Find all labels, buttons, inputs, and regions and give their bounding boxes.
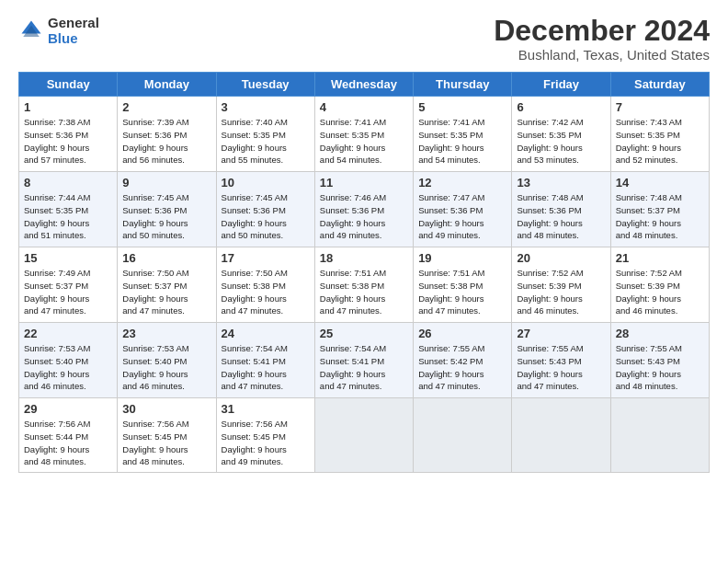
day-info: Sunrise: 7:52 AMSunset: 5:39 PMDaylight:… <box>517 267 605 317</box>
day-number: 9 <box>122 176 210 190</box>
day-cell-16: 16Sunrise: 7:50 AMSunset: 5:37 PMDayligh… <box>118 247 216 323</box>
location: Bushland, Texas, United States <box>494 47 710 63</box>
day-cell-26: 26Sunrise: 7:55 AMSunset: 5:42 PMDayligh… <box>414 323 512 398</box>
day-info: Sunrise: 7:55 AMSunset: 5:43 PMDaylight:… <box>616 342 704 393</box>
logo: General Blue <box>18 15 99 46</box>
day-number: 16 <box>122 251 210 265</box>
day-number: 6 <box>517 100 605 114</box>
day-cell-12: 12Sunrise: 7:47 AMSunset: 5:36 PMDayligh… <box>414 172 512 247</box>
day-cell-25: 25Sunrise: 7:54 AMSunset: 5:41 PMDayligh… <box>314 323 413 398</box>
day-cell-30: 30Sunrise: 7:56 AMSunset: 5:45 PMDayligh… <box>118 398 216 473</box>
day-cell-29: 29Sunrise: 7:56 AMSunset: 5:44 PMDayligh… <box>19 398 118 473</box>
day-cell-23: 23Sunrise: 7:53 AMSunset: 5:40 PMDayligh… <box>118 323 216 398</box>
calendar-body: 1Sunrise: 7:38 AMSunset: 5:36 PMDaylight… <box>19 97 710 473</box>
day-info: Sunrise: 7:43 AMSunset: 5:35 PMDaylight:… <box>616 116 704 167</box>
day-info: Sunrise: 7:44 AMSunset: 5:35 PMDaylight:… <box>24 191 112 242</box>
day-cell-17: 17Sunrise: 7:50 AMSunset: 5:38 PMDayligh… <box>216 247 314 323</box>
day-number: 20 <box>517 251 605 265</box>
empty-cell <box>610 398 709 473</box>
day-number: 18 <box>320 251 408 265</box>
day-info: Sunrise: 7:42 AMSunset: 5:35 PMDaylight:… <box>517 116 605 167</box>
day-info: Sunrise: 7:51 AMSunset: 5:38 PMDaylight:… <box>418 267 506 317</box>
day-number: 15 <box>24 251 112 265</box>
day-info: Sunrise: 7:52 AMSunset: 5:39 PMDaylight:… <box>616 267 704 317</box>
day-number: 1 <box>24 100 112 114</box>
week-row-3: 15Sunrise: 7:49 AMSunset: 5:37 PMDayligh… <box>19 247 710 323</box>
day-cell-15: 15Sunrise: 7:49 AMSunset: 5:37 PMDayligh… <box>19 247 118 323</box>
day-number: 30 <box>122 402 210 416</box>
day-info: Sunrise: 7:54 AMSunset: 5:41 PMDaylight:… <box>222 342 310 393</box>
day-cell-6: 6Sunrise: 7:42 AMSunset: 5:35 PMDaylight… <box>512 97 610 172</box>
day-number: 25 <box>320 327 408 340</box>
logo-icon <box>18 17 44 43</box>
day-header-friday: Friday <box>512 73 610 97</box>
day-cell-14: 14Sunrise: 7:48 AMSunset: 5:37 PMDayligh… <box>610 172 709 247</box>
header: General Blue December 2024 Bushland, Tex… <box>18 15 710 63</box>
day-header-tuesday: Tuesday <box>216 73 314 97</box>
day-info: Sunrise: 7:48 AMSunset: 5:37 PMDaylight:… <box>616 191 704 242</box>
day-info: Sunrise: 7:45 AMSunset: 5:36 PMDaylight:… <box>122 191 210 242</box>
week-row-1: 1Sunrise: 7:38 AMSunset: 5:36 PMDaylight… <box>19 97 710 172</box>
day-number: 22 <box>24 327 112 340</box>
day-info: Sunrise: 7:46 AMSunset: 5:36 PMDaylight:… <box>320 191 408 242</box>
day-cell-9: 9Sunrise: 7:45 AMSunset: 5:36 PMDaylight… <box>118 172 216 247</box>
day-number: 3 <box>222 100 310 114</box>
day-info: Sunrise: 7:49 AMSunset: 5:37 PMDaylight:… <box>24 267 112 317</box>
day-number: 21 <box>616 251 704 265</box>
week-row-4: 22Sunrise: 7:53 AMSunset: 5:40 PMDayligh… <box>19 323 710 398</box>
day-info: Sunrise: 7:45 AMSunset: 5:36 PMDaylight:… <box>222 191 310 242</box>
empty-cell <box>314 398 413 473</box>
day-header-sunday: Sunday <box>19 73 118 97</box>
logo-line2: Blue <box>48 30 99 46</box>
day-cell-2: 2Sunrise: 7:39 AMSunset: 5:36 PMDaylight… <box>118 97 216 172</box>
day-info: Sunrise: 7:55 AMSunset: 5:42 PMDaylight:… <box>418 342 506 393</box>
day-number: 27 <box>517 327 605 340</box>
day-cell-20: 20Sunrise: 7:52 AMSunset: 5:39 PMDayligh… <box>512 247 610 323</box>
day-info: Sunrise: 7:50 AMSunset: 5:37 PMDaylight:… <box>122 267 210 317</box>
day-cell-5: 5Sunrise: 7:41 AMSunset: 5:35 PMDaylight… <box>414 97 512 172</box>
day-cell-27: 27Sunrise: 7:55 AMSunset: 5:43 PMDayligh… <box>512 323 610 398</box>
day-number: 8 <box>24 176 112 190</box>
day-number: 11 <box>320 176 408 190</box>
day-header-monday: Monday <box>118 73 216 97</box>
logo-line1: General <box>48 15 99 30</box>
day-number: 4 <box>320 100 408 114</box>
day-cell-19: 19Sunrise: 7:51 AMSunset: 5:38 PMDayligh… <box>414 247 512 323</box>
day-cell-10: 10Sunrise: 7:45 AMSunset: 5:36 PMDayligh… <box>216 172 314 247</box>
day-info: Sunrise: 7:56 AMSunset: 5:45 PMDaylight:… <box>222 418 310 468</box>
day-info: Sunrise: 7:48 AMSunset: 5:36 PMDaylight:… <box>517 191 605 242</box>
day-cell-24: 24Sunrise: 7:54 AMSunset: 5:41 PMDayligh… <box>216 323 314 398</box>
empty-cell <box>512 398 610 473</box>
day-info: Sunrise: 7:56 AMSunset: 5:44 PMDaylight:… <box>24 418 112 468</box>
day-number: 26 <box>418 327 506 340</box>
day-info: Sunrise: 7:53 AMSunset: 5:40 PMDaylight:… <box>122 342 210 393</box>
day-header-thursday: Thursday <box>414 73 512 97</box>
day-info: Sunrise: 7:50 AMSunset: 5:38 PMDaylight:… <box>222 267 310 317</box>
empty-cell <box>414 398 512 473</box>
day-info: Sunrise: 7:41 AMSunset: 5:35 PMDaylight:… <box>320 116 408 167</box>
week-row-2: 8Sunrise: 7:44 AMSunset: 5:35 PMDaylight… <box>19 172 710 247</box>
day-info: Sunrise: 7:47 AMSunset: 5:36 PMDaylight:… <box>418 191 506 242</box>
day-number: 14 <box>616 176 704 190</box>
day-cell-8: 8Sunrise: 7:44 AMSunset: 5:35 PMDaylight… <box>19 172 118 247</box>
day-number: 10 <box>222 176 310 190</box>
day-cell-11: 11Sunrise: 7:46 AMSunset: 5:36 PMDayligh… <box>314 172 413 247</box>
day-info: Sunrise: 7:38 AMSunset: 5:36 PMDaylight:… <box>24 116 112 167</box>
day-number: 2 <box>122 100 210 114</box>
day-info: Sunrise: 7:54 AMSunset: 5:41 PMDaylight:… <box>320 342 408 393</box>
day-number: 19 <box>418 251 506 265</box>
day-header-wednesday: Wednesday <box>314 73 413 97</box>
title-area: December 2024 Bushland, Texas, United St… <box>494 15 710 63</box>
day-number: 17 <box>222 251 310 265</box>
day-cell-31: 31Sunrise: 7:56 AMSunset: 5:45 PMDayligh… <box>216 398 314 473</box>
day-cell-7: 7Sunrise: 7:43 AMSunset: 5:35 PMDaylight… <box>610 97 709 172</box>
day-cell-28: 28Sunrise: 7:55 AMSunset: 5:43 PMDayligh… <box>610 323 709 398</box>
day-number: 7 <box>616 100 704 114</box>
day-info: Sunrise: 7:51 AMSunset: 5:38 PMDaylight:… <box>320 267 408 317</box>
day-info: Sunrise: 7:41 AMSunset: 5:35 PMDaylight:… <box>418 116 506 167</box>
day-number: 5 <box>418 100 506 114</box>
day-number: 31 <box>222 402 310 416</box>
day-info: Sunrise: 7:39 AMSunset: 5:36 PMDaylight:… <box>122 116 210 167</box>
day-number: 12 <box>418 176 506 190</box>
calendar-header-row: SundayMondayTuesdayWednesdayThursdayFrid… <box>19 73 710 97</box>
